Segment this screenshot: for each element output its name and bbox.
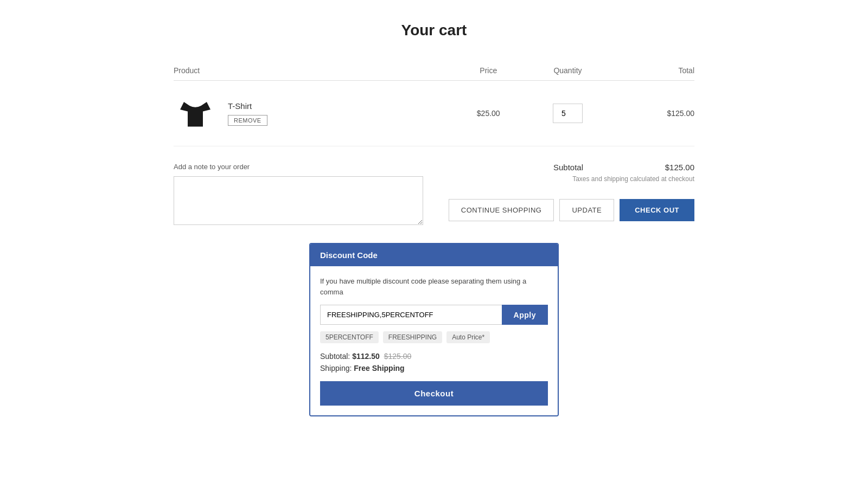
note-section: Add a note to your order — [174, 163, 423, 227]
checkout-button[interactable]: CHECK OUT — [620, 199, 694, 221]
discount-body: If you have multiple discount code pleas… — [310, 266, 558, 415]
order-note-input[interactable] — [174, 176, 423, 225]
update-button[interactable]: UPDATE — [559, 199, 614, 221]
note-label: Add a note to your order — [174, 163, 423, 171]
page-title: Your cart — [174, 22, 694, 39]
product-price: $25.00 — [454, 81, 523, 146]
remove-button[interactable]: REMOVE — [228, 115, 267, 126]
subtotal-value: $125.00 — [665, 163, 694, 172]
discount-price-old: $125.00 — [384, 352, 412, 361]
discount-subtotal-label: Subtotal: — [320, 352, 350, 361]
product-cell: T-Shirt REMOVE — [174, 81, 454, 146]
discount-shipping: Shipping: Free Shipping — [320, 364, 548, 373]
discount-tag[interactable]: Auto Price* — [446, 331, 490, 343]
discount-info-text: If you have multiple discount code pleas… — [320, 276, 548, 297]
subtotal-label: Subtotal — [553, 163, 583, 172]
discount-shipping-value: Free Shipping — [354, 364, 404, 373]
col-header-price: Price — [454, 61, 523, 81]
discount-price-new: $112.50 — [352, 352, 380, 361]
bottom-section: Add a note to your order Subtotal $125.0… — [174, 163, 694, 227]
product-image — [174, 92, 217, 135]
discount-subtotal: Subtotal: $112.50 $125.00 — [320, 352, 548, 361]
table-row: T-Shirt REMOVE $25.00 $125.00 — [174, 81, 694, 146]
product-total: $125.00 — [612, 81, 694, 146]
discount-input-row: Apply — [320, 305, 548, 325]
discount-tags: 5PERCENTOFFFREESHIPPINGAuto Price* — [320, 331, 548, 343]
discount-shipping-label: Shipping: — [320, 364, 352, 373]
tshirt-icon — [176, 94, 214, 132]
cart-table: Product Price Quantity Total — [174, 61, 694, 146]
discount-checkout-button[interactable]: Checkout — [320, 381, 548, 406]
tax-note: Taxes and shipping calculated at checkou… — [572, 175, 694, 183]
col-header-product: Product — [174, 61, 454, 81]
discount-tag[interactable]: FREESHIPPING — [383, 331, 442, 343]
continue-shopping-button[interactable]: CONTINUE SHOPPING — [449, 199, 554, 221]
discount-panel: Discount Code If you have multiple disco… — [309, 243, 559, 416]
col-header-total: Total — [612, 61, 694, 81]
discount-tag[interactable]: 5PERCENTOFF — [320, 331, 379, 343]
product-info: T-Shirt REMOVE — [228, 101, 267, 126]
action-buttons: CONTINUE SHOPPING UPDATE CHECK OUT — [449, 199, 694, 221]
summary-section: Subtotal $125.00 Taxes and shipping calc… — [445, 163, 694, 227]
apply-button[interactable]: Apply — [502, 305, 548, 325]
col-header-quantity: Quantity — [523, 61, 612, 81]
discount-code-input[interactable] — [320, 305, 502, 325]
discount-header: Discount Code — [310, 244, 558, 266]
product-quantity-cell — [523, 81, 612, 146]
product-name: T-Shirt — [228, 101, 267, 111]
quantity-input[interactable] — [553, 104, 583, 123]
